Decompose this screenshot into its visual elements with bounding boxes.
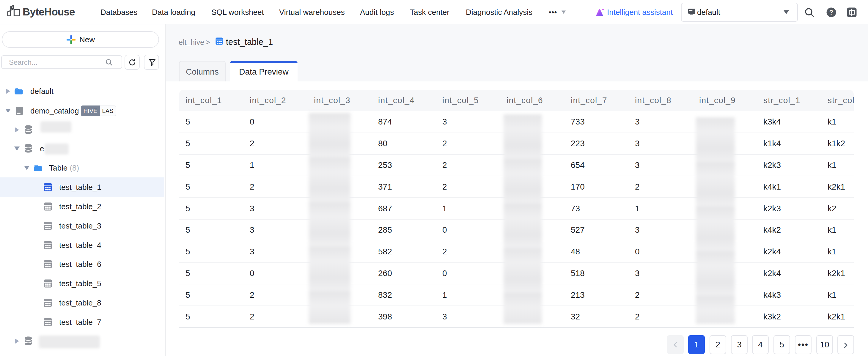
svg-text:?: ? — [829, 9, 833, 16]
